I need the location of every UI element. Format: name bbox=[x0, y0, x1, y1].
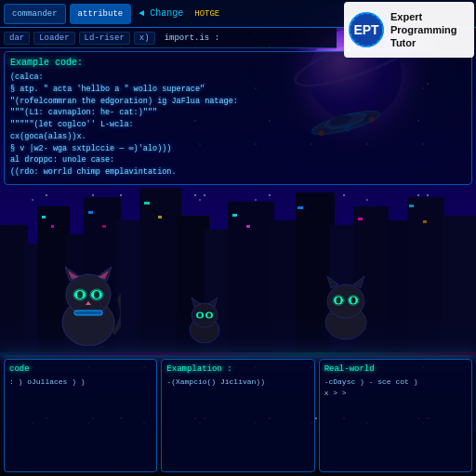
nav-tab-attribute-label: attribute bbox=[78, 9, 124, 19]
nav-hotkey: HOTGE bbox=[191, 9, 223, 19]
svg-rect-26 bbox=[358, 218, 363, 220]
svg-rect-24 bbox=[246, 225, 250, 228]
code-lines-container: (calca: § atp. " acta 'hellbo a " wollo … bbox=[10, 72, 466, 178]
bottom-panel-code-content: : ) oJullaces ) ) bbox=[9, 377, 152, 388]
svg-rect-21 bbox=[144, 202, 150, 205]
svg-rect-28 bbox=[423, 220, 427, 223]
svg-rect-23 bbox=[232, 214, 237, 217]
code-line: (calca: bbox=[10, 72, 466, 84]
bottom-panel-explanation: Examplation : -(Xampcio() Jiclivan)) bbox=[161, 359, 314, 472]
subnav-item-loader[interactable]: Loader bbox=[33, 32, 74, 45]
svg-point-67 bbox=[351, 298, 356, 304]
app-container: EPT Expert Programming Tutor commander a… bbox=[0, 0, 476, 476]
code-panel-title: Example code: bbox=[10, 58, 466, 68]
svg-point-66 bbox=[337, 298, 341, 304]
svg-rect-50 bbox=[74, 311, 102, 315]
subnav: dar Loader Ld-riser x) import.is : bbox=[0, 28, 337, 48]
svg-rect-18 bbox=[51, 225, 54, 228]
svg-rect-19 bbox=[88, 211, 93, 214]
subnav-item-loader-label: Loader bbox=[39, 33, 69, 43]
code-line: § atp. " acta 'hellbo a " wollo superace… bbox=[10, 84, 466, 96]
subnav-item-x-label: x) bbox=[139, 33, 150, 43]
nav-tab-commander-label: commander bbox=[12, 9, 58, 19]
nav-tab-commander[interactable]: commander bbox=[4, 4, 66, 24]
bottom-panel-code: code : ) oJullaces ) ) bbox=[4, 359, 157, 472]
svg-point-59 bbox=[207, 313, 211, 318]
logo-icon: EPT bbox=[348, 11, 385, 48]
bottom-panel-line: -(Xampcio() Jiclivan)) bbox=[166, 377, 309, 388]
code-line: al droppc: unole case: bbox=[10, 154, 466, 166]
svg-point-46 bbox=[94, 291, 99, 298]
code-line: "(rofelcommran the edgoration) ig JaFlua… bbox=[10, 96, 466, 108]
code-line: § v |w2- wga sxtplccie — ∞)'alo))) bbox=[10, 143, 466, 155]
cat-left bbox=[56, 262, 121, 346]
bottom-panel-explanation-title: Examplation : bbox=[166, 364, 309, 374]
svg-rect-22 bbox=[158, 216, 162, 218]
svg-rect-27 bbox=[409, 205, 414, 207]
bottom-panel-line: -cDaysc ) - sce cot ) bbox=[324, 377, 467, 388]
nav-arrow: ◄ Change bbox=[135, 8, 187, 19]
svg-rect-25 bbox=[298, 206, 303, 209]
svg-point-38 bbox=[66, 274, 111, 315]
svg-text:EPT: EPT bbox=[353, 22, 379, 37]
bottom-panel-line: x > > bbox=[324, 388, 467, 399]
svg-rect-20 bbox=[102, 225, 106, 228]
subnav-item-dar[interactable]: dar bbox=[4, 32, 30, 45]
subnav-prompt: import.is : bbox=[165, 33, 219, 43]
svg-point-53 bbox=[192, 303, 218, 327]
svg-point-58 bbox=[198, 313, 202, 318]
cat-middle bbox=[186, 295, 223, 346]
logo-text: Expert Programming Tutor bbox=[390, 10, 470, 50]
bottom-panel-explanation-content: -(Xampcio() Jiclivan)) bbox=[166, 377, 309, 388]
bottom-panel-realworld: Real-world -cDaysc ) - sce cot )x > > bbox=[319, 359, 472, 472]
cat-right bbox=[318, 271, 374, 341]
bottom-panel-code-title: code bbox=[9, 364, 152, 374]
subnav-item-ldriser[interactable]: Ld-riser bbox=[79, 32, 130, 45]
code-panel: Example code: (calca: § atp. " acta 'hel… bbox=[4, 51, 472, 185]
subnav-item-x[interactable]: x) bbox=[134, 32, 155, 45]
subnav-item-dar-label: dar bbox=[9, 33, 24, 43]
code-line: ((rdo: worrld chimp emplavintation. bbox=[10, 166, 466, 178]
code-line: """""(let coglco'' L-wcla: bbox=[10, 119, 466, 131]
bottom-panel-line: : ) oJullaces ) ) bbox=[9, 377, 152, 388]
subnav-item-ldriser-label: Ld-riser bbox=[85, 33, 125, 43]
bottom-panel-realworld-content: -cDaysc ) - sce cot )x > > bbox=[324, 377, 467, 399]
code-line: """(L1: cavnaplon: he- cat:)""" bbox=[10, 107, 466, 119]
bottom-panel-realworld-title: Real-world bbox=[324, 364, 467, 374]
nav-tab-attribute[interactable]: attribute bbox=[70, 4, 132, 24]
logo-panel: EPT Expert Programming Tutor bbox=[344, 2, 474, 58]
svg-point-45 bbox=[77, 291, 83, 298]
svg-rect-17 bbox=[42, 216, 46, 218]
code-line: cx(goca(alas))x. bbox=[10, 131, 466, 143]
bottom-panels: code : ) oJullaces ) ) Examplation : -(X… bbox=[0, 355, 476, 476]
